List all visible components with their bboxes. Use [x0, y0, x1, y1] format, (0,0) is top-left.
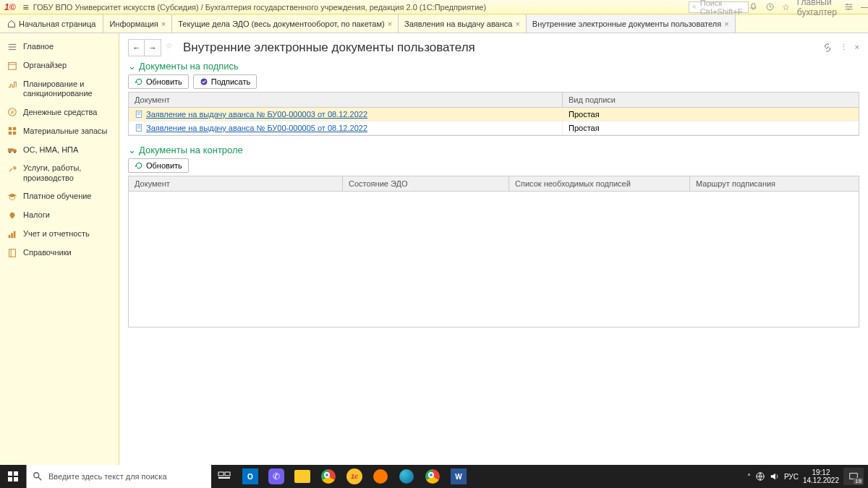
tray-expand-icon[interactable]: ˄ — [747, 473, 751, 481]
menu-icon[interactable]: ≡ — [23, 1, 29, 13]
tab-internal-docs[interactable]: Внутренние электронные документы пользов… — [527, 14, 736, 33]
document-link[interactable]: Заявление на выдачу аванса № БУ00-000003… — [146, 110, 367, 119]
sidebar-item-catalogs[interactable]: Справочники — [0, 244, 119, 262]
svg-rect-12 — [9, 63, 17, 70]
tab-applications[interactable]: Заявления на выдачу аванса × — [399, 14, 527, 33]
table-row[interactable]: Заявление на выдачу аванса № БУ00-000003… — [129, 108, 859, 121]
task-view-icon[interactable] — [211, 465, 237, 488]
back-button[interactable]: ← — [129, 40, 145, 56]
table-row[interactable]: Заявление на выдачу аванса № БУ00-000005… — [129, 121, 859, 135]
sidebar-item-education[interactable]: Платное обучение — [0, 187, 119, 206]
sidebar-item-taxes[interactable]: Налоги — [0, 206, 119, 225]
svg-rect-17 — [13, 127, 16, 130]
user-label[interactable]: Главный бухгалтер — [797, 0, 837, 17]
svg-rect-18 — [9, 132, 12, 134]
taskbar-search[interactable]: Введите здесь текст для поиска — [26, 465, 211, 488]
tab-close-icon[interactable]: × — [388, 20, 392, 28]
language-indicator[interactable]: РУС — [784, 473, 799, 481]
svg-rect-25 — [14, 231, 16, 238]
sidebar-item-money[interactable]: ₽ Денежные средства — [0, 103, 119, 121]
explorer-icon[interactable] — [289, 465, 315, 488]
bell-icon[interactable] — [749, 2, 758, 12]
search-placeholder: Поиск Ctrl+Shift+F — [700, 0, 745, 16]
svg-point-22 — [14, 152, 16, 154]
tab-label: Текущие дела ЭДО (весь документооборот, … — [178, 20, 384, 28]
chevron-down-icon: ⌄ — [128, 145, 136, 155]
close-content-button[interactable]: × — [855, 43, 859, 53]
content-header: ← → ☆ Внутренние электронные документы п… — [128, 39, 859, 56]
svg-rect-19 — [13, 132, 16, 134]
eagle-icon — [7, 210, 17, 221]
history-icon[interactable] — [765, 2, 775, 12]
sidebar-item-reports[interactable]: Учет и отчетность — [0, 225, 119, 244]
sidebar-item-main[interactable]: Главное — [0, 38, 119, 56]
chrome-secondary-icon[interactable] — [420, 465, 446, 488]
start-button[interactable] — [0, 465, 26, 488]
documents-control-table: Документ Состояние ЭДО Список необходимы… — [128, 176, 859, 328]
tab-home[interactable]: Начальная страница — [0, 14, 103, 33]
svg-point-7 — [850, 7, 851, 8]
window-title: ГОБУ ВПО Университет искусств (Субсидия)… — [33, 3, 486, 12]
section-documents-control[interactable]: ⌄ Документы на контроле — [128, 145, 859, 155]
clock-date: 14.12.2022 — [803, 476, 839, 484]
link-icon[interactable] — [822, 43, 833, 53]
column-edo-state[interactable]: Состояние ЭДО — [343, 176, 509, 191]
settings-icon[interactable] — [844, 2, 854, 12]
svg-line-1 — [695, 7, 697, 9]
refresh-icon — [135, 77, 143, 86]
sidebar-item-services[interactable]: Услуги, работы, производство — [0, 159, 119, 187]
section-documents-to-sign[interactable]: ⌄ Документы на подпись — [128, 61, 859, 72]
documents-to-sign-table: Документ Вид подписи Заявление на выдачу… — [128, 92, 859, 136]
tab-information[interactable]: Информация × — [103, 14, 172, 33]
document-link[interactable]: Заявление на выдачу аванса № БУ00-000005… — [146, 124, 367, 132]
refresh-button[interactable]: Обновить — [128, 158, 189, 173]
chrome-icon[interactable] — [315, 465, 341, 488]
search-icon — [692, 4, 697, 11]
sidebar-label: Налоги — [23, 210, 50, 220]
refresh-button[interactable]: Обновить — [128, 74, 189, 89]
sidebar-item-planning[interactable]: Планирование и санкционирование — [0, 75, 119, 103]
sidebar-item-materials[interactable]: Материальные запасы — [0, 121, 119, 140]
more-icon[interactable]: ⋮ — [840, 43, 848, 53]
notifications-button[interactable]: 19 — [843, 468, 864, 485]
column-signature-type[interactable]: Вид подписи — [563, 93, 859, 107]
minimize-button[interactable]: — — [861, 2, 868, 12]
tab-close-icon[interactable]: × — [161, 20, 166, 28]
signature-type-cell: Простая — [563, 121, 859, 134]
planning-icon — [7, 80, 17, 90]
app-1c-icon[interactable]: 1c — [341, 465, 367, 488]
tab-close-icon[interactable]: × — [724, 20, 728, 28]
sidebar-item-organizer[interactable]: Органайзер — [0, 56, 119, 75]
svg-rect-24 — [11, 233, 13, 238]
app-orange-icon[interactable] — [367, 465, 393, 488]
search-icon — [33, 471, 43, 481]
tab-close-icon[interactable]: × — [515, 20, 519, 28]
signature-icon — [200, 77, 208, 86]
star-icon[interactable]: ☆ — [782, 2, 790, 12]
global-search-input[interactable]: Поиск Ctrl+Shift+F — [689, 1, 749, 13]
clock[interactable]: 19:12 14.12.2022 — [803, 468, 839, 484]
volume-icon[interactable] — [770, 471, 780, 481]
sidebar-item-assets[interactable]: ОС, НМА, НПА — [0, 140, 119, 159]
viber-icon[interactable]: ✆ — [263, 465, 289, 488]
column-signatures-list[interactable]: Список необходимых подписей — [509, 176, 690, 191]
favorite-button[interactable]: ☆ — [166, 41, 179, 54]
edge-icon[interactable] — [393, 465, 420, 488]
column-route[interactable]: Маршрут подписания — [690, 176, 859, 191]
column-document[interactable]: Документ — [129, 93, 563, 107]
tab-edo[interactable]: Текущие дела ЭДО (весь документооборот, … — [172, 14, 399, 33]
network-icon[interactable] — [755, 471, 765, 481]
sidebar-label: Органайзер — [23, 61, 67, 70]
forward-button[interactable]: → — [145, 40, 161, 56]
svg-rect-42 — [225, 472, 230, 476]
svg-line-40 — [38, 477, 41, 480]
outlook-icon[interactable]: O — [237, 465, 263, 488]
svg-point-8 — [848, 9, 849, 10]
word-icon[interactable]: W — [446, 465, 472, 488]
titlebar: 1© ≡ ГОБУ ВПО Университет искусств (Субс… — [0, 0, 868, 14]
sign-button[interactable]: Подписать — [193, 74, 257, 89]
svg-rect-38 — [14, 477, 18, 481]
tab-label: Заявления на выдачу аванса — [404, 20, 512, 28]
column-document[interactable]: Документ — [129, 176, 343, 191]
sidebar-label: Справочники — [23, 248, 72, 257]
